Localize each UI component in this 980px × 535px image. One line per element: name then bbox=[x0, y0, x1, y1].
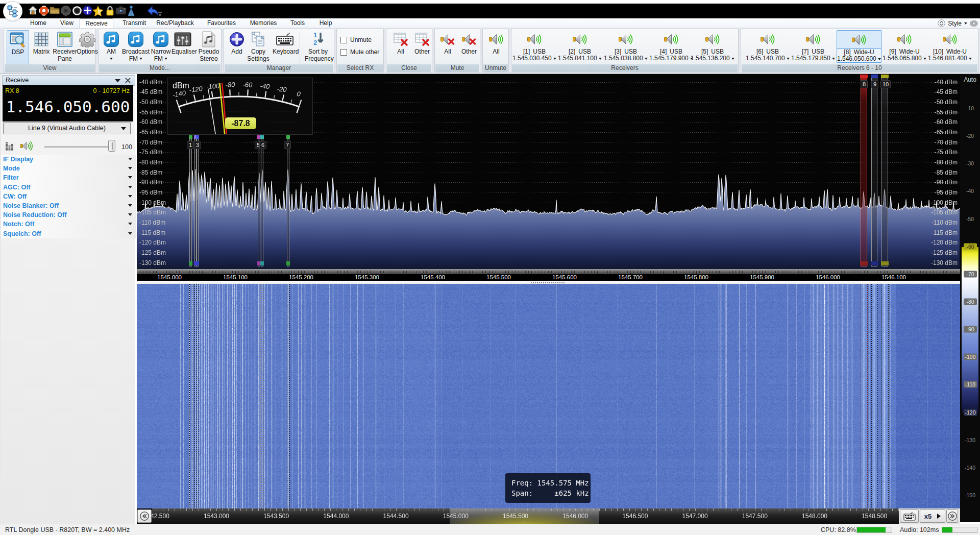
receiver-10-marker-label[interactable]: 10 bbox=[880, 80, 891, 88]
receiver-7-button[interactable]: [7] USB1.545.179.850 bbox=[791, 30, 836, 63]
option-dropdown-arrow-icon[interactable] bbox=[128, 213, 132, 216]
frequency-navigation-bar[interactable]: 1542.5001543.0001543.5001544.0001544.500… bbox=[137, 508, 960, 524]
receiver-frequency[interactable]: 1.546.050.600 bbox=[837, 56, 881, 62]
add-receiver-button[interactable]: Add bbox=[226, 30, 248, 65]
receiver-frequency-dropdown-icon[interactable] bbox=[553, 58, 556, 60]
menu-tab-home[interactable]: Home bbox=[27, 18, 50, 28]
pseudo-stereo-button[interactable]: Pseudo Stereo bbox=[196, 30, 222, 65]
receiver-7-bottom-cap[interactable] bbox=[286, 261, 290, 265]
settings-gear-icon[interactable] bbox=[970, 19, 978, 28]
menu-tab-view[interactable]: View bbox=[56, 18, 78, 28]
option-agc-off[interactable]: AGC: Off bbox=[1, 183, 136, 192]
menu-tab-favourites[interactable]: Favourites bbox=[206, 18, 237, 28]
receiver-6-cap[interactable] bbox=[260, 135, 264, 139]
option-dropdown-arrow-icon[interactable] bbox=[128, 195, 132, 198]
spectrum-frequency-tickband[interactable] bbox=[137, 269, 960, 274]
option-dropdown-arrow-icon[interactable] bbox=[128, 232, 132, 235]
receiver-10-bottom-cap[interactable] bbox=[881, 261, 889, 265]
spectrum-display[interactable]: -40 dBm-45 dBm-50 dBm-55 dBm-60 dBm-65 d… bbox=[137, 74, 960, 269]
unmute-checkbox-row[interactable]: Unmute bbox=[340, 36, 372, 43]
volume-speaker-icon[interactable] bbox=[20, 140, 33, 152]
copy-settings-button[interactable]: Copy Settings bbox=[247, 30, 270, 65]
menu-tab-memories[interactable]: Memories bbox=[249, 18, 278, 28]
colorbar-level-badge[interactable]: -110 bbox=[964, 381, 977, 388]
receiver-10-cap[interactable] bbox=[881, 75, 889, 78]
broadcast-fm-button[interactable]: BroadcastFM bbox=[121, 30, 150, 65]
add-circle-icon[interactable] bbox=[83, 6, 92, 17]
receiver-frequency[interactable]: 1.545.038.800 bbox=[603, 55, 648, 62]
zoom-step-arrow-icon[interactable] bbox=[937, 514, 941, 519]
close-other-button[interactable]: Other bbox=[412, 30, 432, 65]
receiver-frequency-dropdown-icon[interactable] bbox=[645, 58, 648, 60]
dsp-button[interactable]: DSP bbox=[7, 30, 29, 65]
receiver-3-cap[interactable] bbox=[196, 135, 199, 139]
colorbar-level-badge[interactable]: -70 bbox=[964, 271, 977, 277]
receiver-3-bottom-cap[interactable] bbox=[196, 261, 199, 265]
colorbar-level-badge[interactable]: -80 bbox=[964, 298, 977, 305]
receiver-1-marker-label[interactable]: 1 bbox=[187, 141, 194, 149]
receiver-5-button[interactable]: [5] USB1.545.136.200 bbox=[690, 30, 735, 63]
qat-more-chevron[interactable] bbox=[158, 9, 162, 18]
stop-icon[interactable] bbox=[72, 6, 82, 18]
options-button[interactable]: Options bbox=[76, 30, 99, 65]
folder-icon[interactable] bbox=[50, 6, 60, 16]
nav-keyboard-button[interactable] bbox=[900, 509, 919, 523]
option-dropdown-arrow-icon[interactable] bbox=[128, 176, 132, 179]
receiver-10-passband[interactable] bbox=[881, 75, 888, 266]
mute-other-button[interactable]: Other bbox=[459, 30, 479, 65]
receiver-9-bottom-cap[interactable] bbox=[871, 261, 878, 265]
menu-tab-rec-playback[interactable]: Rec/Playback bbox=[155, 18, 195, 28]
volume-slider-track[interactable] bbox=[44, 146, 114, 148]
receiver-9-passband[interactable] bbox=[871, 75, 877, 266]
unmute-checkbox[interactable] bbox=[340, 37, 347, 43]
mute-all-button[interactable]: All bbox=[437, 30, 458, 65]
audio-device-select[interactable]: Line 9 (Virtual Audio Cable) bbox=[3, 123, 131, 134]
receiver-10-button[interactable]: [10] Wide-U1.546.081.400 bbox=[927, 30, 972, 63]
receiver-9-marker-label[interactable]: 9 bbox=[871, 80, 878, 88]
antenna-icon[interactable] bbox=[127, 6, 136, 18]
scroll-left-button[interactable] bbox=[137, 509, 152, 523]
keyboard-button[interactable]: Keyboard bbox=[273, 30, 297, 65]
receiver-1-cap[interactable] bbox=[189, 135, 192, 139]
home-icon[interactable] bbox=[28, 6, 38, 17]
receiver-1-bottom-cap[interactable] bbox=[189, 261, 192, 265]
receiver-3-passband[interactable] bbox=[197, 135, 199, 266]
receiver-frequency[interactable]: 1.545.041.100 bbox=[557, 55, 602, 62]
menu-tab-receive[interactable]: Receive bbox=[80, 18, 113, 28]
colorbar-level-badge[interactable]: -120 bbox=[964, 409, 977, 416]
style-dropdown-arrow-icon[interactable] bbox=[964, 22, 967, 25]
camera-icon[interactable] bbox=[115, 6, 127, 17]
receiver-6-button[interactable]: [6] USB1.545.140.700 bbox=[745, 30, 790, 63]
receiver-frequency[interactable]: 1.545.140.700 bbox=[745, 55, 790, 62]
receiver-frequency[interactable]: 1.545.030.450 bbox=[512, 55, 557, 62]
receiver-frequency[interactable]: 1.545.136.200 bbox=[690, 55, 735, 62]
option-dropdown-arrow-icon[interactable] bbox=[128, 186, 132, 188]
receiver-frequency-dropdown-icon[interactable] bbox=[832, 58, 835, 60]
receiver-frequency-dropdown-icon[interactable] bbox=[878, 58, 881, 60]
play-icon[interactable] bbox=[61, 6, 71, 18]
receiver-5-passband[interactable] bbox=[258, 135, 260, 266]
receiver-7-passband[interactable] bbox=[287, 135, 289, 266]
receiver-9-cap[interactable] bbox=[871, 75, 878, 78]
option-mode[interactable]: Mode bbox=[1, 164, 136, 173]
receiver-frequency-dropdown-icon[interactable] bbox=[923, 58, 926, 60]
option-dropdown-arrow-icon[interactable] bbox=[128, 223, 132, 225]
colorbar-auto-button[interactable]: Auto bbox=[960, 75, 980, 84]
receiver-frequency-dropdown-icon[interactable] bbox=[787, 58, 790, 60]
zoom-control[interactable]: x5 bbox=[920, 509, 945, 523]
menu-tab-help[interactable]: Help bbox=[316, 18, 335, 28]
receiver-6-passband[interactable] bbox=[261, 135, 263, 266]
minimize-ribbon-icon[interactable] bbox=[938, 19, 945, 27]
close-all-button[interactable]: All bbox=[390, 30, 411, 65]
tuned-frequency-value[interactable]: 1.546.050.600 bbox=[3, 98, 133, 116]
colorbar-level-badge[interactable]: -90 bbox=[964, 326, 977, 333]
audio-levels-icon[interactable] bbox=[5, 141, 15, 151]
receiver-pane-button[interactable]: Receiver Pane bbox=[53, 30, 77, 65]
mute-other-checkbox-row[interactable]: Mute other bbox=[340, 48, 379, 56]
receiver-8-cap[interactable] bbox=[860, 75, 868, 78]
narrow-fm-button[interactable]: NarrowFM bbox=[149, 30, 173, 65]
option-dropdown-arrow-icon[interactable] bbox=[128, 167, 132, 169]
equaliser-button[interactable]: Equaliser bbox=[172, 30, 194, 65]
receive-panel-header[interactable]: Receive bbox=[2, 75, 135, 86]
lifebuoy-icon[interactable] bbox=[39, 6, 49, 18]
